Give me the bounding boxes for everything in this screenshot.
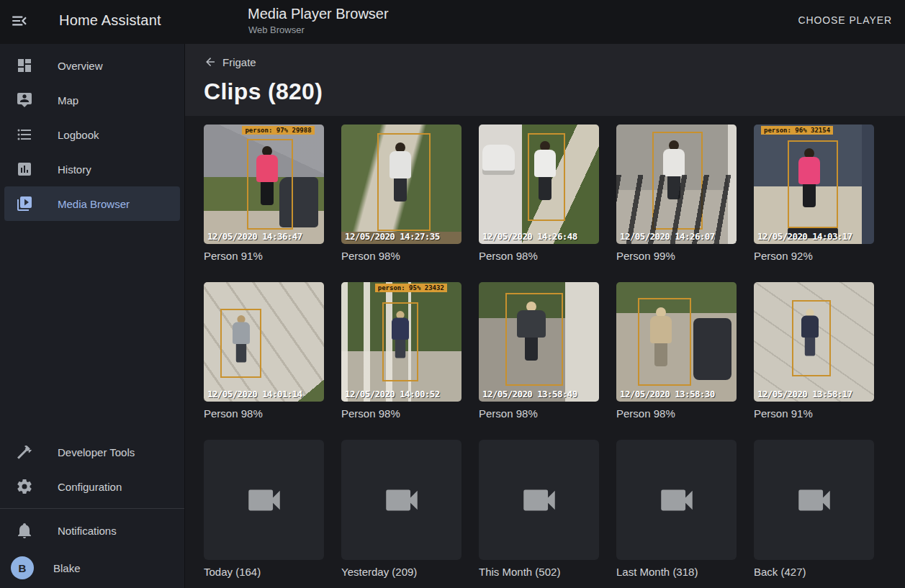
clip-timestamp: 12/05/2020 13:58:17 — [757, 389, 852, 399]
sidebar-divider — [0, 508, 184, 509]
clip-card[interactable]: person: 95% 23432 12/05/2020 14:00:52 Pe… — [341, 282, 461, 420]
clip-thumbnail: 12/05/2020 14:27:35 — [341, 125, 461, 244]
breadcrumb-back-frigate[interactable]: Frigate — [204, 55, 256, 68]
folder-card-today[interactable]: Today (164) — [204, 440, 324, 578]
clip-thumbnail: person: 97% 29988 12/05/2020 14:36:47 — [204, 125, 324, 244]
clip-card[interactable]: 12/05/2020 14:01:14 Person 98% — [204, 282, 324, 420]
folder-thumbnail — [341, 440, 461, 560]
clip-timestamp: 12/05/2020 14:03:17 — [757, 231, 852, 242]
clip-card[interactable]: 12/05/2020 13:58:30 Person 98% — [616, 282, 737, 420]
clip-caption: Person 98% — [341, 250, 461, 262]
avatar: B — [11, 556, 34, 579]
sidebar-item-configuration[interactable]: Configuration — [4, 469, 180, 504]
sidebar-item-logbook[interactable]: Logbook — [4, 117, 180, 152]
clip-card[interactable]: 12/05/2020 14:26:07 Person 99% — [616, 125, 737, 262]
sidebar-item-overview[interactable]: Overview — [4, 48, 180, 83]
folder-thumbnail — [754, 440, 874, 560]
page-title: Clips (820) — [204, 78, 886, 105]
clip-caption: Person 98% — [479, 250, 599, 262]
sidebar-toggle-button[interactable] — [10, 12, 30, 32]
main-content: Frigate Clips (820) person: 97% 29988 12… — [185, 44, 905, 588]
app-title: Home Assistant — [59, 12, 161, 29]
clip-caption: Person 98% — [341, 407, 461, 420]
panel-subtitle: Web Browser — [248, 24, 389, 35]
clip-card[interactable]: person: 96% 32154 12/05/2020 14:03:17 Pe… — [754, 125, 874, 262]
dashboard-icon — [16, 57, 33, 74]
clip-caption: Person 98% — [204, 407, 324, 420]
media-browser-icon — [16, 195, 33, 212]
clip-timestamp: 12/05/2020 13:58:49 — [482, 389, 577, 399]
video-camera-icon — [656, 479, 698, 521]
folder-card-back[interactable]: Back (427) — [754, 440, 874, 578]
clip-caption: Person 91% — [204, 250, 324, 262]
video-camera-icon — [381, 479, 423, 521]
panel-title: Media Player Browser — [248, 6, 389, 22]
clip-timestamp: 12/05/2020 14:36:47 — [207, 231, 302, 242]
detection-label: person: 97% 29988 — [242, 126, 314, 135]
sidebar-item-label: Configuration — [58, 481, 122, 493]
clip-card[interactable]: 12/05/2020 14:27:35 Person 98% — [341, 125, 461, 262]
clip-thumbnail: 12/05/2020 13:58:49 — [479, 282, 599, 402]
hammer-icon — [16, 443, 33, 461]
sidebar: Overview Map Logbook History — [0, 44, 185, 588]
folder-thumbnail — [479, 440, 599, 560]
folder-label: Back (427) — [754, 566, 874, 578]
sidebar-item-user-profile[interactable]: B Blake — [4, 548, 180, 588]
choose-player-button[interactable]: CHOOSE PLAYER — [798, 14, 892, 26]
detection-bounding-box — [382, 302, 418, 381]
clip-card[interactable]: 12/05/2020 13:58:17 Person 91% — [754, 282, 874, 420]
clip-card[interactable]: 12/05/2020 14:26:48 Person 98% — [479, 125, 599, 262]
clip-thumbnail: 12/05/2020 14:26:48 — [479, 125, 599, 244]
sidebar-item-label: Media Browser — [58, 198, 130, 210]
stroller-shape — [693, 318, 731, 380]
clip-thumbnail: 12/05/2020 14:01:14 — [204, 282, 324, 402]
sidebar-item-developer-tools[interactable]: Developer Tools — [4, 435, 180, 469]
clip-thumbnail: person: 95% 23432 12/05/2020 14:00:52 — [341, 282, 461, 402]
clip-timestamp: 12/05/2020 14:27:35 — [345, 231, 440, 242]
clip-card[interactable]: 12/05/2020 13:58:49 Person 98% — [479, 282, 599, 420]
clip-caption: Person 98% — [616, 407, 737, 420]
history-chart-icon — [16, 160, 33, 178]
detection-bounding-box — [528, 133, 565, 222]
clip-caption: Person 99% — [616, 250, 737, 262]
arrow-left-icon — [204, 55, 217, 68]
video-camera-icon — [793, 479, 835, 521]
media-grid: person: 97% 29988 12/05/2020 14:36:47 Pe… — [204, 125, 886, 578]
clip-timestamp: 12/05/2020 14:01:14 — [207, 389, 302, 399]
folder-card-last-month[interactable]: Last Month (318) — [616, 440, 737, 578]
detection-label: person: 96% 32154 — [761, 126, 833, 135]
clip-caption: Person 92% — [754, 250, 874, 262]
content-header: Frigate Clips (820) — [185, 44, 905, 116]
clip-caption: Person 91% — [754, 407, 874, 420]
detection-bounding-box — [377, 133, 430, 231]
sidebar-item-history[interactable]: History — [4, 152, 180, 186]
breadcrumb-label: Frigate — [222, 56, 256, 68]
folder-label: Today (164) — [204, 566, 324, 578]
clip-thumbnail: 12/05/2020 14:26:07 — [616, 125, 737, 244]
sidebar-item-label: Map — [58, 94, 78, 107]
video-camera-icon — [518, 479, 560, 521]
clip-card[interactable]: person: 97% 29988 12/05/2020 14:36:47 Pe… — [204, 125, 324, 262]
folder-label: Last Month (318) — [616, 566, 737, 578]
sidebar-item-label: History — [58, 163, 91, 176]
folder-card-this-month[interactable]: This Month (502) — [479, 440, 599, 578]
menu-open-icon — [10, 20, 29, 32]
sidebar-item-label: Logbook — [58, 129, 99, 141]
map-account-icon — [16, 91, 33, 109]
sidebar-spacer — [0, 221, 184, 435]
clip-timestamp: 12/05/2020 14:26:07 — [620, 231, 715, 242]
app-window: Home Assistant Media Player Browser Web … — [0, 0, 905, 588]
sidebar-item-label: Developer Tools — [58, 446, 135, 458]
logbook-list-icon — [16, 126, 33, 143]
sidebar-item-label: Notifications — [58, 525, 117, 537]
sidebar-item-map[interactable]: Map — [4, 83, 180, 117]
clip-thumbnail: 12/05/2020 13:58:17 — [754, 282, 874, 402]
folder-card-yesterday[interactable]: Yesterday (209) — [341, 440, 461, 578]
folder-label: Yesterday (209) — [341, 566, 461, 578]
folder-thumbnail — [616, 440, 737, 560]
sidebar-item-notifications[interactable]: Notifications — [4, 513, 180, 548]
sidebar-item-media-browser[interactable]: Media Browser — [4, 186, 180, 221]
car-shape — [482, 145, 515, 175]
clip-thumbnail: person: 96% 32154 12/05/2020 14:03:17 — [754, 125, 874, 244]
top-bar: Home Assistant Media Player Browser Web … — [0, 0, 905, 44]
